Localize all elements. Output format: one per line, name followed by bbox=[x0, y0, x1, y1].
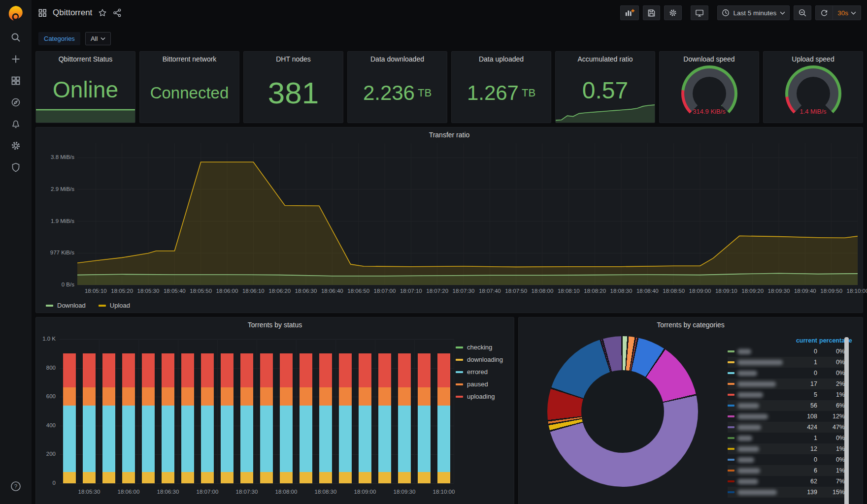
stacked-bar[interactable] bbox=[181, 353, 194, 483]
panel-upload-speed: Upload speed 1.4 MiB/s bbox=[763, 51, 863, 123]
add-panel-button[interactable] bbox=[620, 5, 639, 20]
categories-donut-chart[interactable] bbox=[547, 336, 698, 487]
admin-shield-icon[interactable] bbox=[0, 157, 32, 178]
stacked-bar[interactable] bbox=[359, 353, 371, 483]
star-icon[interactable] bbox=[98, 8, 107, 17]
stacked-bar[interactable] bbox=[201, 353, 214, 483]
stacked-bar[interactable] bbox=[339, 353, 352, 483]
grafana-logo[interactable] bbox=[0, 0, 32, 27]
legend-item-upload[interactable]: Upload bbox=[99, 302, 130, 309]
category-percentage: 0% bbox=[819, 370, 845, 377]
category-row[interactable]: 10% bbox=[728, 357, 845, 368]
category-row[interactable]: 172% bbox=[728, 378, 845, 389]
stacked-bar[interactable] bbox=[83, 353, 96, 483]
category-current: 17 bbox=[794, 380, 817, 387]
search-icon[interactable] bbox=[0, 27, 32, 48]
panel-title[interactable]: Data uploaded bbox=[452, 52, 551, 63]
category-row[interactable]: 61% bbox=[728, 465, 845, 476]
category-row[interactable]: 13915% bbox=[728, 487, 845, 498]
category-row[interactable]: 10% bbox=[728, 433, 845, 443]
x-axis-tick: 18:05:30 bbox=[137, 288, 160, 294]
panel-title[interactable]: Bittorrent network bbox=[140, 52, 239, 63]
legend-item-errored[interactable]: errored bbox=[456, 366, 503, 378]
dashboard-grid-icon[interactable] bbox=[38, 9, 47, 17]
col-percentage[interactable]: percentage bbox=[819, 337, 845, 344]
alerting-bell-icon[interactable] bbox=[0, 113, 32, 135]
stacked-bar[interactable] bbox=[240, 353, 253, 483]
col-current[interactable]: current bbox=[794, 337, 817, 344]
panel-title[interactable]: Download speed bbox=[660, 52, 759, 63]
explore-compass-icon[interactable] bbox=[0, 92, 32, 113]
panel-title[interactable]: Qbittorrent Status bbox=[36, 52, 135, 63]
save-dashboard-button[interactable] bbox=[643, 5, 660, 20]
stacked-bar[interactable] bbox=[142, 353, 155, 483]
filter-categories-label[interactable]: Categories bbox=[38, 32, 80, 45]
share-icon[interactable] bbox=[113, 8, 122, 17]
category-percentage: 0% bbox=[819, 359, 845, 366]
categories-table-header: currentpercentage bbox=[728, 337, 845, 344]
dashboard-settings-button[interactable] bbox=[664, 5, 682, 20]
stacked-bar[interactable] bbox=[280, 353, 293, 483]
legend-item-downloading[interactable]: downloading bbox=[456, 353, 503, 366]
category-percentage: 15% bbox=[819, 489, 845, 496]
configuration-gear-icon[interactable] bbox=[0, 135, 32, 157]
category-row[interactable]: 42447% bbox=[728, 422, 845, 433]
categories-table-scrollbar[interactable] bbox=[844, 337, 849, 504]
stacked-bar[interactable] bbox=[437, 353, 450, 483]
panel-title[interactable]: Torrents by categories bbox=[519, 317, 863, 329]
x-axis-tick: 18:08:50 bbox=[663, 288, 685, 294]
category-color-dash bbox=[728, 426, 734, 428]
stacked-bar[interactable] bbox=[221, 353, 233, 483]
dashboards-icon[interactable] bbox=[0, 70, 32, 92]
x-axis-tick: 18:07:30 bbox=[236, 489, 258, 495]
stacked-bar[interactable] bbox=[122, 353, 135, 483]
stacked-bar[interactable] bbox=[319, 353, 332, 483]
category-row[interactable]: 00% bbox=[728, 368, 845, 378]
category-row[interactable]: 566% bbox=[728, 400, 845, 411]
refresh-interval-dropdown[interactable]: 30s bbox=[833, 6, 861, 20]
panel-title[interactable]: Torrents by status bbox=[36, 317, 514, 329]
panel-title[interactable]: Accumulated ratio bbox=[556, 52, 655, 63]
time-range-picker[interactable]: Last 5 minutes bbox=[717, 5, 790, 20]
transfer-ratio-chart[interactable]: 0 B/s977 KiB/s1.9 MiB/s2.9 MiB/s3.8 MiB/… bbox=[36, 127, 863, 313]
stacked-bar[interactable] bbox=[378, 353, 391, 483]
help-icon[interactable]: ? bbox=[0, 475, 32, 497]
x-axis-tick: 18:09:00 bbox=[354, 489, 376, 495]
category-row[interactable]: 00% bbox=[728, 346, 845, 357]
create-plus-icon[interactable] bbox=[0, 48, 32, 70]
category-percentage: 12% bbox=[819, 413, 845, 420]
category-current: 0 bbox=[794, 456, 817, 463]
category-name-blurred bbox=[737, 468, 760, 473]
category-row[interactable]: 51% bbox=[728, 389, 845, 400]
panel-title[interactable]: DHT nodes bbox=[244, 52, 343, 63]
stacked-bar[interactable] bbox=[102, 353, 115, 483]
filter-all-dropdown[interactable]: All bbox=[85, 32, 111, 45]
stacked-bar[interactable] bbox=[63, 353, 76, 483]
stacked-bar[interactable] bbox=[398, 353, 411, 483]
category-row[interactable]: 121% bbox=[728, 443, 845, 454]
zoom-out-button[interactable] bbox=[794, 5, 811, 20]
refresh-button[interactable] bbox=[816, 6, 833, 20]
stacked-bar[interactable] bbox=[418, 353, 431, 483]
category-name-blurred bbox=[737, 414, 768, 419]
stacked-bar[interactable] bbox=[162, 353, 174, 483]
category-row[interactable]: 627% bbox=[728, 476, 845, 487]
legend-item-paused[interactable]: paused bbox=[456, 378, 503, 390]
legend-item-checking[interactable]: checking bbox=[456, 341, 503, 353]
category-color-dash bbox=[728, 448, 734, 450]
x-axis-tick: 18:08:30 bbox=[315, 489, 337, 495]
panel-title[interactable]: Upload speed bbox=[764, 52, 863, 63]
y-axis-tick: 800 bbox=[38, 365, 56, 371]
category-row[interactable]: 00% bbox=[728, 454, 845, 465]
legend-item-uploading[interactable]: uploading bbox=[456, 390, 503, 403]
stacked-bar[interactable] bbox=[260, 353, 273, 483]
tv-mode-button[interactable] bbox=[691, 5, 708, 20]
legend-item-download[interactable]: Download bbox=[46, 302, 86, 309]
x-axis-tick: 18:07:10 bbox=[400, 288, 422, 294]
panel-bittorrent-network: Bittorrent network Connected bbox=[139, 51, 239, 123]
stacked-bar[interactable] bbox=[300, 353, 312, 483]
x-axis-tick: 18:09:20 bbox=[741, 288, 764, 294]
panel-title[interactable]: Data downloaded bbox=[348, 52, 447, 63]
x-axis-tick: 18:08:10 bbox=[558, 288, 580, 294]
category-row[interactable]: 10812% bbox=[728, 411, 845, 422]
